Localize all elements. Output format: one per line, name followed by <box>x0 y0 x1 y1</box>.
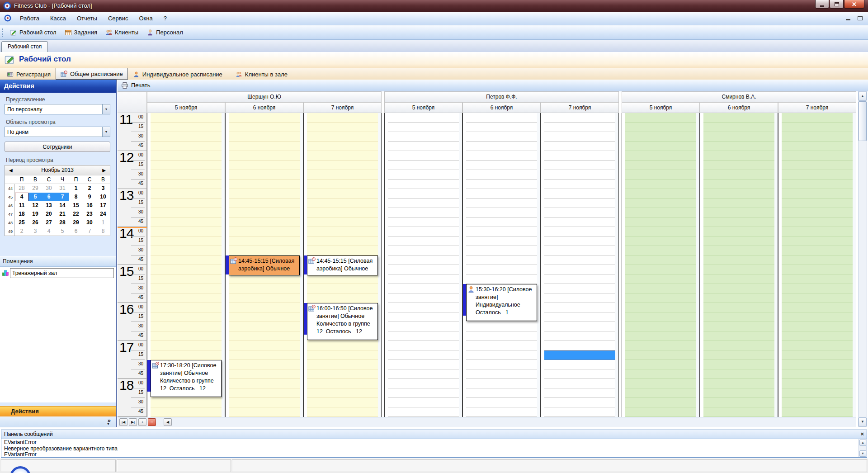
calendar-day[interactable]: 4 <box>42 227 56 236</box>
calendar-day[interactable]: 9 <box>83 193 96 201</box>
scrollbar-thumb[interactable] <box>859 101 867 141</box>
calendar-day[interactable]: 7 <box>83 227 96 236</box>
calendar-day[interactable]: 6 <box>42 193 56 201</box>
menu-item-1[interactable]: Касса <box>45 12 71 25</box>
calendar-day[interactable]: 13 <box>42 201 56 210</box>
calendar-day[interactable]: 21 <box>56 210 69 218</box>
calendar-day[interactable]: 5 <box>28 193 42 201</box>
view-select[interactable]: По персоналу ▼ <box>5 104 110 114</box>
scroll-up-button[interactable]: ▲ <box>859 92 867 101</box>
calendar-day[interactable]: 25 <box>15 218 28 227</box>
room-list-item[interactable]: Тренажерный зал <box>0 268 116 279</box>
calendar-day[interactable]: 19 <box>28 210 42 218</box>
schedule-day-column[interactable] <box>622 113 700 417</box>
menu-item-0[interactable]: Работа <box>14 12 45 25</box>
calendar-day[interactable]: 31 <box>56 184 69 193</box>
maximize-button[interactable] <box>830 0 844 9</box>
toolbar-grip[interactable] <box>2 28 3 37</box>
schedule-day-column[interactable] <box>700 113 778 417</box>
calendar-day[interactable]: 14 <box>56 201 69 210</box>
calendar-day[interactable]: 2 <box>15 227 28 236</box>
calendar-day[interactable]: 8 <box>96 227 110 236</box>
menu-item-3[interactable]: Сервис <box>103 12 134 25</box>
calendar-day[interactable]: 27 <box>42 218 56 227</box>
zoom-in-button[interactable]: + <box>138 418 146 426</box>
menu-item-2[interactable]: Отчеты <box>71 12 103 25</box>
calendar-day[interactable]: 6 <box>69 227 83 236</box>
scroll-down-button[interactable]: ▼ <box>859 450 866 457</box>
close-icon[interactable]: × <box>860 430 864 438</box>
calendar-day[interactable]: 24 <box>96 210 110 218</box>
calendar-day[interactable]: 26 <box>28 218 42 227</box>
scope-select[interactable]: По дням ▼ <box>5 127 110 137</box>
chevron-down-icon[interactable]: ▼ <box>102 104 110 114</box>
calendar-day[interactable]: 12 <box>28 201 42 210</box>
calendar-next-button[interactable]: ▶ <box>102 166 106 175</box>
zoom-out-button[interactable]: − <box>148 418 156 426</box>
schedule-day-column[interactable] <box>541 113 619 417</box>
calendar-day[interactable]: 4 <box>15 193 28 201</box>
calendar-day[interactable]: 8 <box>69 193 83 201</box>
nav-first-button[interactable]: |◀ <box>119 418 127 426</box>
vertical-scrollbar[interactable]: ▲ ▼ <box>858 91 867 427</box>
calendar-day[interactable]: 11 <box>15 201 28 210</box>
schedule-event[interactable]: 17:30-18:20 [Силовое занятие] Обычное Ко… <box>151 360 222 397</box>
close-button[interactable]: ✕ <box>844 0 864 9</box>
scroll-down-button[interactable]: ▼ <box>859 417 867 426</box>
toolbar-clients-button[interactable]: Клиенты <box>101 25 142 39</box>
scroll-left-button[interactable]: ◀ <box>164 418 172 426</box>
title-bar: Fitness Club - [Рабочий стол] ✕ <box>0 0 868 12</box>
tab-desktop[interactable]: Рабочий стол <box>1 41 48 52</box>
actions-footer-header[interactable]: Действия <box>0 406 116 416</box>
calendar-day[interactable]: 30 <box>42 184 56 193</box>
calendar-day[interactable]: 17 <box>96 201 110 210</box>
calendar-day[interactable]: 15 <box>69 201 83 210</box>
subtab-clients-in-gym[interactable]: Клиенты в зале <box>231 69 292 80</box>
toolbar-tasks-button[interactable]: Задания <box>61 25 101 39</box>
calendar-day[interactable]: 29 <box>69 218 83 227</box>
calendar-prev-button[interactable]: ◀ <box>9 166 13 175</box>
mdi-minimize-button[interactable] <box>846 19 850 20</box>
schedule-event[interactable]: 15:30-16:20 [Силовое занятие] Индивидуал… <box>466 284 537 321</box>
toolbar-staff-button[interactable]: Персонал <box>142 25 187 39</box>
calendar-day[interactable]: 28 <box>15 184 28 193</box>
scroll-up-button[interactable]: ▲ <box>859 440 866 446</box>
selected-time-slot[interactable] <box>544 350 615 360</box>
schedule-day-column[interactable] <box>384 113 462 417</box>
calendar-day[interactable]: 3 <box>28 227 42 236</box>
calendar-day[interactable]: 7 <box>56 193 69 201</box>
schedule-event[interactable]: 16:00-16:50 [Силовое занятие] Обычное Ко… <box>307 303 378 340</box>
chevron-down-icon[interactable]: ▼ <box>102 127 110 137</box>
menu-item-5[interactable]: ? <box>158 12 172 25</box>
calendar-day[interactable]: 2 <box>83 184 96 193</box>
calendar-day[interactable]: 10 <box>96 193 110 201</box>
schedule-event[interactable]: 14:45-15:15 [Силовая аэробика] Обычное <box>307 255 378 275</box>
calendar-day[interactable]: 18 <box>15 210 28 218</box>
calendar-day[interactable]: 1 <box>96 218 110 227</box>
subtab-registration[interactable]: Регистрация <box>2 69 56 80</box>
mdi-restore-button[interactable] <box>858 16 863 20</box>
menu-item-4[interactable]: Окна <box>133 12 158 25</box>
calendar-day[interactable]: 16 <box>83 201 96 210</box>
calendar-day[interactable]: 22 <box>69 210 83 218</box>
calendar-day[interactable]: 1 <box>69 184 83 193</box>
employees-button[interactable]: Сотрудники <box>5 142 110 152</box>
schedule-day-column[interactable] <box>462 113 541 417</box>
schedule-event[interactable]: 14:45-15:15 [Силовая аэробика] Обычное <box>229 255 300 275</box>
print-button[interactable]: Печать <box>131 80 151 91</box>
calendar-day[interactable]: 28 <box>56 218 69 227</box>
chevron-down-icon[interactable]: ▼ <box>107 422 110 426</box>
schedule-day-column[interactable] <box>778 113 856 417</box>
calendar-day[interactable]: 3 <box>96 184 110 193</box>
minimize-button[interactable] <box>815 0 829 9</box>
subtab-individual-schedule[interactable]: Индивидуальное расписание <box>128 69 227 80</box>
calendar-day[interactable]: 29 <box>28 184 42 193</box>
calendar-day[interactable]: 5 <box>56 227 69 236</box>
subtab-general-schedule[interactable]: Общее расписание <box>56 68 128 80</box>
calendar-day[interactable]: 20 <box>42 210 56 218</box>
calendar-day[interactable]: 23 <box>83 210 96 218</box>
nav-last-button[interactable]: ▶| <box>129 418 137 426</box>
toolbar-desktop-button[interactable]: Рабочий стол <box>6 25 61 39</box>
calendar-day[interactable]: 30 <box>83 218 96 227</box>
splitter-handle[interactable]: ········· <box>0 402 116 406</box>
